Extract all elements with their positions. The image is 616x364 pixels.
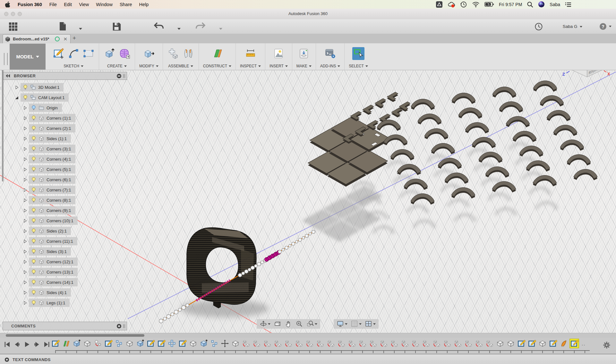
visibility-bulb-icon[interactable] <box>31 167 36 172</box>
look-at-icon[interactable] <box>273 320 282 328</box>
browser-scrollbar[interactable] <box>2 53 4 182</box>
visibility-bulb-icon[interactable] <box>31 105 36 110</box>
menu-item-file[interactable]: File <box>46 2 60 7</box>
expand-arrow-icon[interactable] <box>22 116 28 121</box>
timeline-op-copy[interactable] <box>337 339 346 348</box>
timeline-op-copy[interactable] <box>401 339 409 348</box>
play-button[interactable] <box>23 341 31 348</box>
create-sketch-icon[interactable] <box>52 47 64 60</box>
expand-arrow-icon[interactable] <box>14 85 19 90</box>
timeline-op-pattern[interactable] <box>168 339 176 348</box>
browser-item[interactable]: CAM Layout:1 <box>3 93 127 102</box>
expand-arrow-icon[interactable] <box>22 188 28 192</box>
timeline-op-extrude[interactable] <box>136 339 144 348</box>
browser-item[interactable]: Corners (3):1 <box>3 145 127 153</box>
wifi-icon[interactable] <box>472 1 480 7</box>
timeline-op-copy[interactable] <box>242 339 250 348</box>
visibility-bulb-icon[interactable] <box>31 146 36 151</box>
timeline-scrollbar[interactable] <box>0 333 616 338</box>
press-pull-icon[interactable] <box>143 47 155 60</box>
timeline-op-copy[interactable] <box>295 339 303 348</box>
visibility-bulb-icon[interactable] <box>31 300 36 305</box>
timeline-op-copy[interactable] <box>252 339 261 348</box>
visibility-bulb-icon[interactable] <box>31 177 36 182</box>
file-dropdown-caret[interactable] <box>79 26 82 31</box>
browser-item[interactable]: Corners (11):1 <box>3 237 127 245</box>
visibility-bulb-icon[interactable] <box>31 187 36 192</box>
ribbon-group-label[interactable]: SELECT <box>349 64 368 68</box>
undo-icon[interactable] <box>153 22 164 31</box>
redo-icon[interactable] <box>195 22 206 31</box>
timeline-op-plane[interactable] <box>62 339 70 348</box>
spotlight-icon[interactable] <box>527 1 533 8</box>
timeline-op-points[interactable] <box>115 339 123 348</box>
browser-item[interactable]: Corners (14):1 <box>3 278 127 286</box>
timeline-op-sketch[interactable] <box>104 339 113 348</box>
joint-icon[interactable] <box>182 47 194 60</box>
browser-item[interactable]: Sides (4):1 <box>3 288 127 297</box>
timeline-op-copy[interactable] <box>390 339 398 348</box>
ribbon-group-label[interactable]: ASSEMBLE <box>168 64 193 68</box>
bedside-table-model[interactable] <box>187 227 256 308</box>
timeline-op-sketch[interactable] <box>549 339 557 348</box>
account-menu[interactable]: Saba G <box>563 24 582 29</box>
timeline-op-extrude[interactable] <box>200 339 208 348</box>
timeline-op-sketch[interactable] <box>147 339 155 348</box>
extrude-icon[interactable] <box>103 47 116 60</box>
ribbon-group-label[interactable]: CONSTRUCT <box>203 64 231 68</box>
timeline-op-sketch[interactable] <box>178 339 187 348</box>
timeline-op-body[interactable] <box>189 339 197 348</box>
timeline-op-copy[interactable] <box>348 339 356 348</box>
panel-grip-icon[interactable] <box>123 73 126 79</box>
timeline-op-copy[interactable] <box>411 339 420 348</box>
zoom-window-icon[interactable] <box>305 320 318 328</box>
ribbon-group-label[interactable]: ADD-INS <box>320 64 340 68</box>
pan-icon[interactable] <box>284 320 293 328</box>
timeline-op-copy[interactable] <box>327 339 335 348</box>
expand-arrow-icon[interactable] <box>22 259 28 264</box>
menu-item-view[interactable]: View <box>75 2 92 7</box>
undo-dropdown-caret[interactable] <box>177 26 181 31</box>
app-menu-title[interactable]: Fusion 360 <box>14 2 46 7</box>
new-component-icon[interactable] <box>167 47 179 60</box>
timeline-op-copy[interactable] <box>422 339 430 348</box>
menu-bar-clock[interactable]: Fri 9:57 PM <box>499 2 522 7</box>
browser-item[interactable]: Corners (4):1 <box>3 155 127 163</box>
visibility-bulb-icon[interactable] <box>31 259 36 264</box>
visibility-bulb-icon[interactable] <box>31 218 36 223</box>
battery-charging-icon[interactable] <box>484 1 494 8</box>
job-status-clock-icon[interactable] <box>535 22 543 31</box>
visibility-bulb-icon[interactable] <box>31 269 36 275</box>
browser-item[interactable]: Corners (2):1 <box>3 124 127 132</box>
timeline-op-move[interactable] <box>221 339 229 348</box>
expand-arrow-icon[interactable] <box>22 239 28 244</box>
expand-arrow-icon[interactable] <box>22 218 28 223</box>
timeline-op-body[interactable] <box>231 339 240 348</box>
expand-arrow-icon[interactable] <box>22 270 28 275</box>
timeline-op-copy[interactable] <box>274 339 282 348</box>
drive-icon[interactable] <box>436 1 443 8</box>
step-forward-button[interactable] <box>33 341 41 348</box>
expand-arrow-icon[interactable] <box>22 208 28 213</box>
ribbon-group-label[interactable]: CREATE <box>107 64 127 68</box>
browser-item[interactable]: Corners (6):1 <box>3 175 127 184</box>
browser-item[interactable]: Sides (3):1 <box>3 247 127 256</box>
save-icon[interactable] <box>112 21 121 31</box>
window-title-bar[interactable]: Autodesk Fusion 360 <box>0 9 616 20</box>
orbit-icon[interactable] <box>259 320 271 328</box>
go-to-start-button[interactable] <box>3 341 11 348</box>
visibility-bulb-icon[interactable] <box>23 85 28 90</box>
timeline-op-copy[interactable] <box>464 339 473 348</box>
visibility-bulb-icon[interactable] <box>31 115 36 121</box>
document-tab[interactable]: Bedroom...ed v15* ✕ <box>3 34 71 43</box>
fast-user-switch[interactable]: Saba <box>550 2 560 7</box>
expand-arrow-icon[interactable] <box>22 290 28 295</box>
comments-grip-icon[interactable] <box>123 324 126 329</box>
expand-arrow-icon[interactable] <box>22 198 28 203</box>
timeline-op-copy[interactable] <box>432 339 441 348</box>
arc-icon[interactable] <box>67 47 80 60</box>
timeline-op-body[interactable] <box>507 339 515 348</box>
timeline-op-body[interactable] <box>538 339 547 348</box>
ribbon-group-label[interactable]: SKETCH <box>64 64 83 68</box>
timeline-op-extrude[interactable] <box>73 339 81 348</box>
